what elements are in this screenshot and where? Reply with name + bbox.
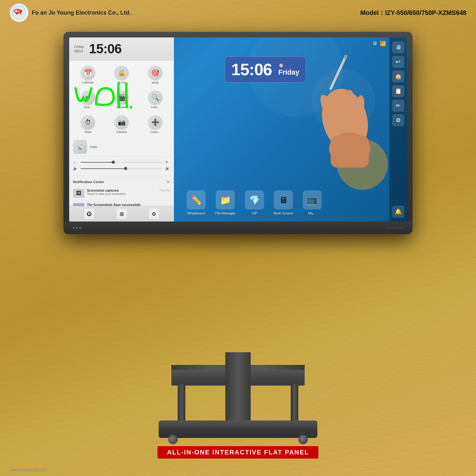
clock-alarm-icon: ⏰ <box>278 63 284 68</box>
whiteboard-label: Whiteboard <box>187 211 205 215</box>
panel-time: 15:06 <box>89 41 122 56</box>
bezel-dot-s3 <box>391 227 392 228</box>
screen-content: 🖥 📶 Friday 06/14 15:06 <box>69 37 407 221</box>
svg-rect-11 <box>331 136 369 168</box>
hand-writing-illustration <box>286 47 388 168</box>
bottom-banner: ALL-IN-ONE INTERACTIVE FLAT PANEL <box>157 446 318 459</box>
separator-2 <box>72 176 171 176</box>
wifi-icon: 📶 <box>380 41 386 47</box>
multi-screen-label: Multi-Screen <box>274 211 293 215</box>
icon-more[interactable]: 📺 Mu... <box>303 190 322 215</box>
toolbar-pen-btn[interactable]: ✏ <box>392 100 404 112</box>
bezel-dot-s4 <box>393 227 394 228</box>
tv-display: 🖥 📶 Friday 06/14 15:06 <box>63 32 413 234</box>
notif-title-1: Screenshot captured. <box>87 189 157 192</box>
bezel-dot-3 <box>79 227 81 229</box>
icon-multi-screen[interactable]: 🖥 Multi-Screen <box>274 190 293 215</box>
volume-row: 🔈 🔊 <box>73 166 170 171</box>
monitor-icon: 🖥 <box>372 41 377 47</box>
model-text: Model：IZY-550/650/750P-XZMS648 <box>360 9 466 17</box>
bezel-dot-1 <box>73 227 75 229</box>
bezel-dot-s6 <box>397 227 399 228</box>
stand-legs <box>171 378 305 422</box>
notif-thumb-1: 🖼 <box>73 189 84 198</box>
logo-svg-icon: JY <box>11 5 27 21</box>
bezel-dot-s8 <box>402 227 403 228</box>
bezel-bottom-bar <box>63 221 413 234</box>
company-logo: JY <box>10 3 29 22</box>
svg-rect-3 <box>329 55 347 90</box>
bezel-dot-s2 <box>388 227 390 228</box>
icon-vip[interactable]: 💎 VIP <box>245 190 264 215</box>
clock-time: 15:06 <box>231 60 272 79</box>
stand-base <box>159 420 317 438</box>
system-controls: ☼ ☀ 🔈 <box>69 158 174 175</box>
svg-point-8 <box>344 90 355 118</box>
toolbar-monitor-btn[interactable]: 🖥 <box>392 41 404 53</box>
bezel-dot-s7 <box>400 227 401 228</box>
panel-date: Friday 06/14 <box>74 44 84 54</box>
svg-point-2 <box>130 106 132 109</box>
toolbar-copy-btn[interactable]: 📋 <box>392 85 404 97</box>
tv-bezel: 🖥 📶 Friday 06/14 15:06 <box>63 32 413 234</box>
brightness-slider[interactable] <box>81 162 162 163</box>
tv-screen[interactable]: 🖥 📶 Friday 06/14 15:06 <box>69 37 407 221</box>
windows-button[interactable]: ⊞ <box>116 209 127 219</box>
hand-svg <box>286 47 388 168</box>
more-icon: 📺 <box>303 190 322 209</box>
icon-whiteboard[interactable]: ✏️ Whiteboard <box>187 190 206 215</box>
vip-label: VIP <box>252 211 257 215</box>
more-label: Mu... <box>308 211 316 215</box>
panel-time-header: Friday 06/14 15:06 <box>69 37 174 61</box>
bezel-dots-left <box>73 227 81 229</box>
bezel-dot-2 <box>76 227 78 229</box>
wheel-left <box>168 435 178 444</box>
right-toolbar: 🖥 ↩ 🏠 📋 ✏ ⚙ 🔔 <box>389 37 407 221</box>
brightness-high-icon: ☀ <box>165 160 170 164</box>
bezel-dot-s1 <box>386 227 387 228</box>
bezel-dots-right <box>386 227 403 228</box>
toolbar-settings-btn[interactable]: ⚙ <box>392 114 404 126</box>
toolbar-home-btn[interactable]: 🏠 <box>392 70 404 83</box>
notification-header: Notification Center ✕ <box>69 177 174 186</box>
whiteboard-icon: ✏️ <box>187 190 206 209</box>
notif-time-1: 7:02 PM <box>159 189 170 192</box>
bezel-dot-s5 <box>395 227 396 228</box>
volume-slider[interactable] <box>81 168 162 169</box>
file-manager-label: File Manager <box>215 211 235 215</box>
logo-area: JY Fo an Jo Young Electronics Co., Ltd. <box>10 3 131 22</box>
notif-text-1: Screenshot captured. Touch to view your … <box>87 189 157 195</box>
file-manager-icon: 📁 <box>216 190 235 209</box>
main-icons-area: ✏️ Whiteboard 📁 File Manager 💎 VIP 🖥 Mul… <box>174 190 389 215</box>
volume-high-icon: 🔊 <box>165 166 170 171</box>
toolbar-bell-btn[interactable]: 🔔 <box>392 206 404 218</box>
banner-text: ALL-IN-ONE INTERACTIVE FLAT PANEL <box>167 449 309 456</box>
brightness-low-icon: ☼ <box>73 160 78 164</box>
settings-button[interactable]: ⚙ <box>149 209 159 219</box>
notification-close-icon[interactable]: ✕ <box>166 179 170 184</box>
footer-url: www.zoyoung.com <box>10 467 47 472</box>
notif-body-1: Touch to view your screenshot. <box>87 192 157 195</box>
wheel-right <box>298 435 308 444</box>
brightness-row: ☼ ☀ <box>73 160 170 164</box>
multi-screen-icon: 🖥 <box>274 190 293 209</box>
volume-low-icon: 🔈 <box>73 166 78 171</box>
screen-status-icons: 🖥 📶 <box>372 41 386 47</box>
stand-leg-right <box>291 384 298 422</box>
notification-title: Notification Center <box>73 180 104 184</box>
handwriting-svg <box>69 63 164 158</box>
notification-item-1[interactable]: 🖼 Screenshot captured. Touch to view you… <box>69 186 174 201</box>
company-name: Fo an Jo Young Electronics Co., Ltd. <box>32 10 131 16</box>
toolbar-undo-btn[interactable]: ↩ <box>392 56 404 68</box>
vip-icon: 💎 <box>245 190 264 209</box>
header: JY Fo an Jo Young Electronics Co., Ltd. … <box>0 3 476 22</box>
icon-file-manager[interactable]: 📁 File Manager <box>215 190 235 215</box>
power-button[interactable]: ⏻ <box>84 209 94 219</box>
panel-taskbar: ⏻ ⊞ ⚙ <box>69 206 174 221</box>
stand-leg-left <box>178 384 185 422</box>
